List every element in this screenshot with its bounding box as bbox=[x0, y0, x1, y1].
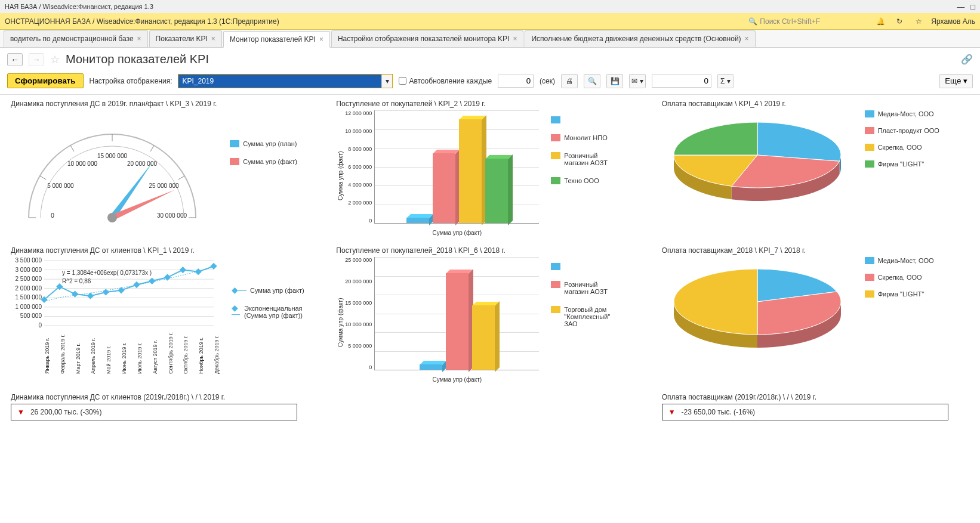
mail-button[interactable]: ✉ ▾ bbox=[629, 74, 646, 88]
svg-line-10 bbox=[178, 176, 184, 180]
svg-rect-44 bbox=[210, 263, 217, 270]
svg-text:3 000 000: 3 000 000 bbox=[16, 267, 42, 273]
search-icon: 🔍 bbox=[748, 17, 757, 26]
search-placeholder: Поиск Ctrl+Shift+F bbox=[760, 17, 820, 26]
gauge-chart: 05 000 00010 000 00015 000 00020 000 000… bbox=[11, 110, 214, 230]
close-icon[interactable]: × bbox=[137, 35, 141, 43]
link-icon[interactable]: 🔗 bbox=[961, 54, 973, 65]
pie-chart bbox=[662, 257, 853, 352]
panel-bar-2018: Поступление от покупателей_2018 \ KPI_6 … bbox=[336, 246, 643, 388]
display-setting-value[interactable] bbox=[178, 75, 381, 88]
panel-title: Оплата поставщикам_2018 \ KPI_7 \ 2018 г… bbox=[662, 246, 969, 255]
svg-text:3 500 000: 3 500 000 bbox=[16, 257, 42, 264]
autoupdate-checkbox[interactable] bbox=[399, 77, 406, 85]
bell-icon[interactable]: 🔔 bbox=[874, 15, 887, 28]
line-chart: 0500 0001 000 0001 500 0002 000 0002 500… bbox=[11, 257, 220, 332]
panel-title: Поступление от покупателей_2018 \ KPI_6 … bbox=[336, 246, 643, 255]
panel-pie-2019: Оплата поставщикам \ KPI_4 \ 2019 г. Мед… bbox=[662, 100, 969, 242]
autoupdate-label: Автообновление каждые bbox=[409, 77, 492, 85]
panel-bar-2019: Поступление от покупателей \ KPI_2 \ 201… bbox=[336, 100, 643, 242]
svg-text:2 000 000: 2 000 000 bbox=[16, 285, 42, 292]
svg-text:1 500 000: 1 500 000 bbox=[16, 294, 42, 301]
display-setting-select[interactable]: ▾ bbox=[178, 74, 393, 88]
svg-rect-39 bbox=[133, 281, 140, 288]
close-icon[interactable]: × bbox=[745, 35, 749, 43]
chevron-down-icon[interactable]: ▾ bbox=[381, 75, 392, 88]
triangle-down-icon: ▼ bbox=[17, 408, 24, 416]
svg-text:R^2 = 0,86: R^2 = 0,86 bbox=[62, 278, 91, 284]
sigma-button[interactable]: Σ ▾ bbox=[717, 74, 734, 88]
summary-box: ▼ -23 650,00 тыс. (-16%) bbox=[662, 404, 948, 420]
svg-rect-36 bbox=[87, 293, 94, 299]
window-titlebar: НАЯ БАЗА / Wiseadvice:Финансист, редакци… bbox=[0, 0, 980, 13]
panel-title: Оплата поставщикам (2019г./2018г.) \ / \… bbox=[662, 393, 969, 401]
svg-text:5 000 000: 5 000 000 bbox=[47, 182, 74, 189]
svg-text:10 000 000: 10 000 000 bbox=[67, 160, 97, 167]
more-button[interactable]: Еще ▾ bbox=[939, 74, 973, 88]
panel-pie-2018: Оплата поставщикам_2018 \ KPI_7 \ 2018 г… bbox=[662, 246, 969, 388]
minimize-icon[interactable]: — bbox=[957, 2, 964, 11]
y-axis-label: Сумма упр (факт) bbox=[336, 257, 345, 388]
summary-text: 26 200,00 тыс. (-30%) bbox=[30, 408, 102, 416]
history-icon[interactable]: ↻ bbox=[893, 15, 906, 28]
generate-button[interactable]: Сформировать bbox=[7, 73, 84, 88]
number-field[interactable] bbox=[652, 75, 711, 88]
window-title: НАЯ БАЗА / Wiseadvice:Финансист, редакци… bbox=[5, 3, 153, 10]
forward-button[interactable]: → bbox=[29, 53, 44, 66]
favorite-toggle[interactable]: ☆ bbox=[50, 53, 60, 66]
panel-gauge: Динамика поступления ДС в 2019г. план/фа… bbox=[11, 100, 318, 242]
pie-chart bbox=[662, 110, 853, 206]
tab[interactable]: Исполнение бюджета движения денежных сре… bbox=[525, 30, 755, 47]
autoupdate-interval[interactable] bbox=[498, 75, 534, 88]
svg-line-8 bbox=[150, 146, 154, 151]
svg-text:15 000 000: 15 000 000 bbox=[97, 153, 127, 159]
panel-title: Поступление от покупателей \ KPI_2 \ 201… bbox=[336, 100, 643, 108]
tab[interactable]: водитель по демонстрационной базе× bbox=[4, 30, 148, 47]
page-title: Монитор показателей KPI bbox=[66, 52, 209, 66]
svg-rect-43 bbox=[195, 268, 202, 275]
svg-line-2 bbox=[40, 176, 46, 180]
star-icon[interactable]: ☆ bbox=[912, 15, 925, 28]
tabs-bar: водитель по демонстрационной базе×Показа… bbox=[0, 30, 980, 48]
svg-rect-40 bbox=[149, 278, 155, 284]
tab[interactable]: Показатели KPI× bbox=[149, 30, 222, 47]
summary-text: -23 650,00 тыс. (-16%) bbox=[682, 408, 756, 416]
print-button[interactable]: 🖨 bbox=[561, 74, 578, 88]
close-icon[interactable]: × bbox=[211, 35, 215, 43]
svg-text:20 000 000: 20 000 000 bbox=[127, 160, 157, 167]
close-icon[interactable]: × bbox=[319, 35, 323, 44]
panel-summary-2: Оплата поставщикам (2019г./2018г.) \ / \… bbox=[662, 393, 969, 420]
svg-rect-35 bbox=[72, 290, 78, 297]
back-button[interactable]: ← bbox=[7, 53, 23, 66]
triangle-down-icon: ▼ bbox=[668, 408, 676, 416]
svg-rect-41 bbox=[164, 274, 171, 280]
dashboard-grid: Динамика поступления ДС в 2019г. план/фа… bbox=[0, 95, 980, 425]
maximize-icon[interactable]: □ bbox=[970, 2, 975, 11]
save-button[interactable]: 💾 bbox=[606, 74, 623, 88]
panel-summary-1: Динамика поступления ДС от клиентов (201… bbox=[11, 393, 318, 420]
svg-text:30 000 000: 30 000 000 bbox=[157, 212, 187, 219]
y-axis-label: Сумма упр (факт) bbox=[336, 110, 345, 242]
summary-box: ▼ 26 200,00 тыс. (-30%) bbox=[11, 404, 297, 420]
svg-text:25 000 000: 25 000 000 bbox=[149, 182, 179, 189]
svg-text:0: 0 bbox=[51, 212, 54, 219]
search-input[interactable]: 🔍 Поиск Ctrl+Shift+F bbox=[748, 17, 868, 26]
user-label[interactable]: Ярхамов Аль bbox=[931, 17, 975, 26]
svg-text:y  =  1,3084e+006exp( 0,073173: y = 1,3084e+006exp( 0,073173x ) bbox=[62, 270, 152, 276]
command-bar: Сформировать Настройка отображения: ▾ Ав… bbox=[0, 71, 980, 95]
panel-title: Динамика поступления ДС в 2019г. план/фа… bbox=[11, 100, 318, 108]
svg-text:0: 0 bbox=[38, 322, 42, 329]
tab[interactable]: Монитор показателей KPI× bbox=[223, 31, 330, 48]
svg-point-16 bbox=[107, 213, 117, 222]
panel-title: Динамика поступления ДС от клиентов \ KP… bbox=[11, 246, 318, 255]
preview-button[interactable]: 🔍 bbox=[584, 74, 600, 88]
svg-rect-42 bbox=[180, 267, 186, 273]
svg-text:500 000: 500 000 bbox=[20, 312, 42, 319]
panel-title: Оплата поставщикам \ KPI_4 \ 2019 г. bbox=[662, 100, 969, 108]
close-icon[interactable]: × bbox=[513, 35, 517, 43]
svg-text:2 500 000: 2 500 000 bbox=[16, 276, 42, 282]
tab[interactable]: Настройки отображения показателей монито… bbox=[331, 30, 524, 47]
display-setting-label: Настройка отображения: bbox=[90, 77, 172, 85]
app-header: ОНСТРАЦИОННАЯ БАЗА / Wiseadvice:Финансис… bbox=[0, 13, 980, 30]
breadcrumb: ОНСТРАЦИОННАЯ БАЗА / Wiseadvice:Финансис… bbox=[5, 17, 279, 26]
